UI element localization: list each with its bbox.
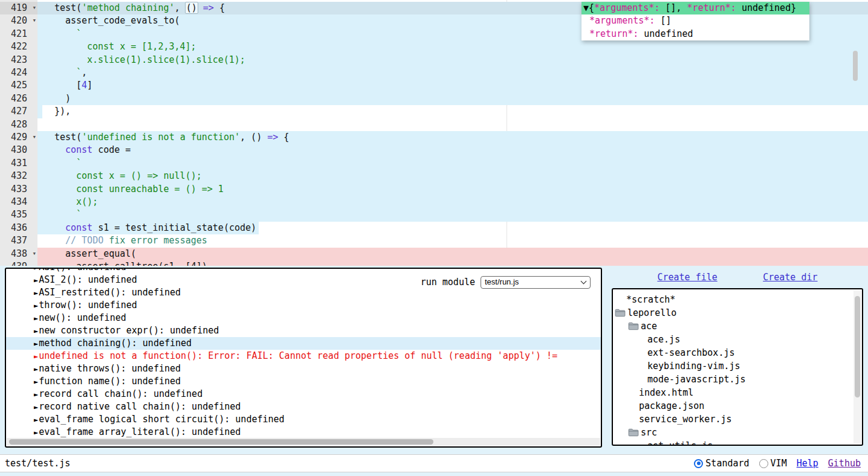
file-tree-item-file[interactable]: *scratch* [613,293,853,306]
test-result-item[interactable]: ►native throws(): undefined [6,362,601,375]
run-module-label: run module [421,277,475,288]
expand-triangle-icon[interactable]: ► [34,314,38,323]
test-result-item[interactable]: ►new constructor expr(): undefined [6,324,601,337]
expand-triangle-icon[interactable]: ► [34,268,38,272]
file-tree-item-file[interactable]: mode-javascript.js [613,373,853,386]
code-line[interactable] [37,118,868,131]
expand-triangle-icon[interactable]: ► [34,289,38,297]
editor-vertical-scrollbar[interactable] [853,51,858,81]
file-tree-item-file[interactable]: ext-searchbox.js [613,346,853,359]
run-module-select[interactable]: test/run.js [481,276,591,289]
test-result-item[interactable]: ►record native call chain(): undefined [6,400,601,413]
file-tree-scrollbar-thumb[interactable] [855,296,860,397]
file-tree-item-file[interactable]: package.json [613,399,853,413]
code-line-text: assert_calltree(s1, [4]) [37,260,868,266]
file-tree-item-folder[interactable]: src [613,426,853,439]
test-result-item[interactable]: ►function name(): undefined [6,375,601,388]
file-tree-scrollbar[interactable] [853,290,861,444]
test-result-item[interactable]: ►throw(): undefined [6,299,601,312]
keybinding-radio-vim[interactable]: VIM [759,458,787,469]
file-tree-item-label: ast_utils.js [647,439,713,446]
file-tree-item-label: keybinding-vim.js [647,359,740,373]
expand-triangle-icon[interactable]: ► [34,378,38,386]
code-line[interactable]: [4] [37,79,868,92]
code-line[interactable]: }), [37,105,868,118]
expand-triangle-icon[interactable]: ► [34,327,38,335]
keybinding-radio-standard[interactable]: Standard [694,458,749,469]
expand-triangle-icon[interactable]: ► [34,416,38,424]
code-line[interactable]: ` [37,157,868,170]
code-line[interactable]: assert_calltree(s1, [4]) [37,260,868,266]
results-horizontal-scrollbar[interactable] [7,438,600,446]
test-result-item[interactable]: ►method chaining(): undefined [6,337,601,350]
value-inspector-row[interactable]: *arguments*: [] [581,14,809,27]
github-link[interactable]: Github [828,458,861,469]
expand-triangle-icon[interactable]: ► [34,276,38,285]
expand-triangle-icon[interactable]: ► [34,390,38,399]
file-tree-item-label: ace [641,320,657,333]
fold-arrow-icon[interactable]: ▾ [32,130,36,143]
test-result-item[interactable]: ►record call chain(): undefined [6,388,601,400]
code-line[interactable]: ) [37,92,868,105]
code-line[interactable]: ` [37,208,868,221]
create-dir-link[interactable]: Create dir [763,272,817,283]
test-result-item[interactable]: ►eval_frame array_literal(): undefined [6,426,601,439]
test-result-item[interactable]: ►ASI(): undefined [6,268,601,274]
code-line[interactable]: x(); [37,196,868,208]
fold-arrow-icon[interactable]: ▾ [32,247,36,260]
expand-triangle-icon[interactable]: ► [34,428,38,437]
value-inspector-tooltip: ▼{*arguments*: [], *return*: undefined} … [581,2,809,40]
file-tree-item-label: src [641,426,657,439]
help-link[interactable]: Help [797,458,818,469]
code-token-kw: => [203,2,214,13]
file-tree-item-file[interactable]: service_worker.js [613,413,853,426]
expand-triangle-icon[interactable]: ► [34,301,38,310]
create-file-link[interactable]: Create file [657,272,717,283]
file-tree-item-folder[interactable]: ace [613,320,853,333]
value-inspector-row[interactable]: *return*: undefined [581,28,809,40]
code-line[interactable]: const code = [37,144,868,156]
code-line[interactable]: const unreachable = () => 1 [37,183,868,196]
file-tree-item-file[interactable]: keybinding-vim.js [613,359,853,373]
expand-triangle-icon[interactable]: ► [34,403,38,411]
test-result-label: new constructor expr(): undefined [39,325,219,336]
code-line[interactable]: assert_equal( [37,248,868,260]
code-editor[interactable]: 419▾420▾421422423424425426427428429▾4304… [0,0,868,266]
test-result-item[interactable]: ►undefined is not a function(): Error: F… [6,350,601,362]
expand-triangle-icon[interactable]: ► [34,339,38,348]
file-tree-item-label: leporello [627,306,676,320]
fold-arrow-icon[interactable]: ▾ [32,1,36,14]
code-token-plain: code = [92,144,131,155]
code-line[interactable]: x.slice(1).slice(1).slice(1); [37,54,868,66]
object-key: *return*: [589,28,638,39]
code-line[interactable]: `, [37,66,868,79]
expand-triangle-icon[interactable]: ► [34,365,38,373]
code-token-str: x.slice(1).slice(1).slice(1); [87,54,245,65]
test-result-label: record call chain(): undefined [39,388,202,399]
fold-arrow-icon[interactable]: ▾ [32,14,36,27]
code-line[interactable]: // TODO fix error messages [37,234,868,247]
file-tree-item-folder[interactable]: leporello [613,306,853,320]
test-result-item[interactable]: ►eval_frame logical short circuit(): und… [6,413,601,426]
file-tree-item-file[interactable]: index.html [613,386,853,399]
file-tree-item-label: *scratch* [626,293,675,306]
code-line[interactable]: const x = [1,2,3,4]; [37,40,868,53]
gutter-line-number: 431 [0,157,37,170]
gutter-line-number: 419▾ [0,2,37,14]
file-tree-item-label: ext-searchbox.js [647,346,735,359]
radio-icon[interactable] [759,459,768,468]
code-token-str: ` [76,28,82,39]
file-tree-item-file[interactable]: ace.js [613,333,853,346]
code-line[interactable]: const x = () => null(); [37,170,868,182]
test-result-label: record native call chain(): undefined [39,401,241,412]
code-line[interactable]: const s1 = test_initial_state(code) [37,222,868,234]
file-tree-item-file[interactable]: ast_utils.js [613,439,853,446]
code-line[interactable]: test('undefined is not a function', () =… [37,131,868,144]
expand-triangle-icon[interactable]: ► [34,352,38,361]
test-result-item[interactable]: ►new(): undefined [6,312,601,324]
value-inspector-header[interactable]: ▼{*arguments*: [], *return*: undefined} [581,2,809,14]
results-scrollbar-thumb[interactable] [9,439,433,445]
code-line-text: assert_equal( [37,248,868,260]
radio-icon[interactable] [694,459,703,468]
gutter-line-number: 433 [0,183,37,196]
